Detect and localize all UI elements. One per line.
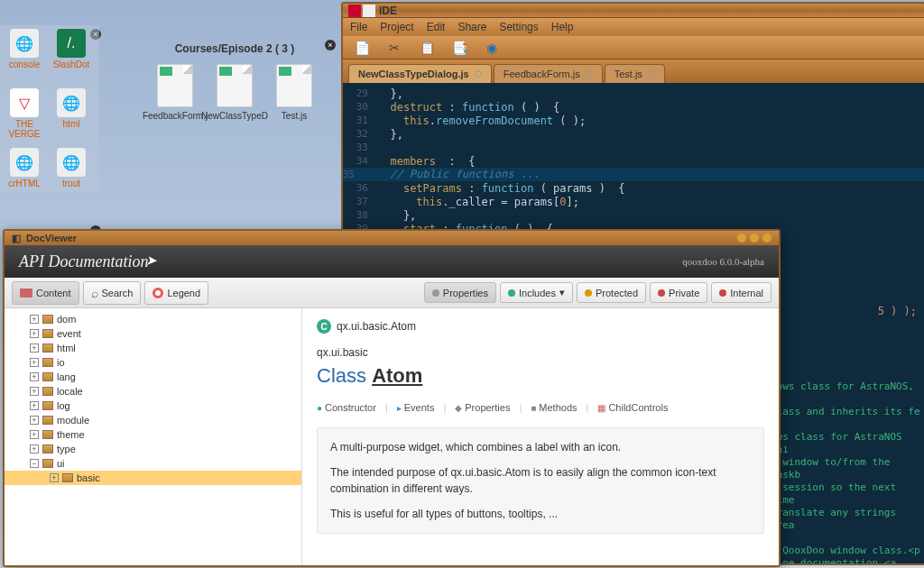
tree-node[interactable]: +event [5, 326, 301, 341]
tab-close-icon[interactable] [586, 70, 593, 78]
expand-icon[interactable]: + [30, 444, 39, 453]
desktop-icon[interactable]: ▽THE VERGE [4, 88, 45, 142]
app-icon [363, 5, 375, 17]
version-label: qooxdoo 6.0.0-alpha [682, 256, 764, 267]
expand-icon[interactable]: + [30, 430, 39, 439]
package-icon [42, 387, 53, 396]
link-events[interactable]: ▸Events [397, 402, 435, 413]
chevron-down-icon: ▾ [559, 287, 565, 298]
private-toggle[interactable]: Private [650, 282, 707, 303]
expand-icon[interactable]: + [50, 473, 59, 482]
package-icon [42, 444, 53, 453]
menu-edit[interactable]: Edit [427, 21, 446, 33]
package-icon [42, 372, 53, 381]
link-methods[interactable]: ■Methods [531, 402, 577, 413]
book-icon [20, 289, 32, 298]
tree-node[interactable]: +theme [5, 427, 301, 442]
desktop-icon-panel: 🌐console /.SlashDot ▽THE VERGE 🌐html 🌐cr… [0, 25, 99, 192]
minimize-icon[interactable] [737, 234, 746, 243]
class-title: Class Atom [317, 364, 764, 388]
search-button[interactable]: Search [83, 281, 142, 305]
expand-icon[interactable]: + [30, 416, 39, 425]
namespace-label: qx.ui.basic [317, 346, 764, 359]
expand-icon[interactable]: + [30, 329, 39, 338]
docviewer-titlebar[interactable]: ◧DocViewer [5, 231, 779, 245]
tab-newclasstypedialog[interactable]: NewClassTypeDialog.js [348, 64, 492, 83]
desktop-icon[interactable]: 🌐trout [51, 148, 92, 202]
protected-toggle[interactable]: Protected [577, 282, 646, 303]
properties-toggle[interactable]: Properties [424, 282, 496, 303]
expand-icon[interactable]: + [30, 372, 39, 381]
package-icon [42, 401, 53, 410]
expand-icon[interactable]: + [30, 401, 39, 410]
window-title: IDE [343, 4, 924, 18]
ide-tabs: NewClassTypeDialog.js FeedbackForm.js Te… [343, 60, 924, 83]
file-icon[interactable]: NewClassTypeD [211, 64, 258, 121]
collapse-icon[interactable]: − [30, 459, 39, 468]
expand-icon[interactable]: + [30, 358, 39, 367]
cut-icon[interactable]: ✂ [386, 40, 402, 56]
doc-toolbar: Content Search Legend Properties Include… [5, 278, 779, 308]
legend-button[interactable]: Legend [144, 281, 208, 305]
close-icon[interactable] [762, 234, 772, 243]
new-file-icon[interactable]: 📄 [354, 40, 370, 56]
package-icon [42, 459, 53, 468]
section-links: ●Constructor| ▸Events| ◆Properties| ■Met… [317, 402, 764, 413]
desktop-icon[interactable]: 🌐console [4, 29, 45, 83]
tab-feedbackform[interactable]: FeedbackForm.js [494, 64, 603, 83]
doc-header: API Documentation ➤ qooxdoo 6.0.0-alpha [5, 245, 779, 278]
expand-icon[interactable]: + [30, 387, 39, 396]
cursor-icon: ➤ [145, 252, 157, 269]
class-icon: C [317, 319, 331, 334]
expand-icon[interactable]: + [30, 315, 39, 324]
expand-icon[interactable]: + [30, 344, 39, 353]
package-icon [42, 358, 53, 367]
menu-file[interactable]: File [350, 21, 367, 33]
tree-node[interactable]: +html [5, 341, 301, 355]
tree-node[interactable]: +log [5, 399, 301, 413]
file-icon[interactable]: Test.js [271, 64, 318, 121]
description-box: A multi-purpose widget, which combines a… [317, 427, 764, 534]
tree-node[interactable]: +io [5, 355, 301, 370]
file-icon[interactable]: FeedbackForm.j [152, 64, 199, 121]
tab-close-icon[interactable] [648, 70, 655, 78]
menu-share[interactable]: Share [457, 21, 486, 33]
docviewer-window: ◧DocViewer API Documentation ➤ qooxdoo 6… [3, 229, 781, 567]
code-fragment: 5 ) ); [878, 305, 917, 317]
package-icon [42, 344, 53, 353]
maximize-icon[interactable] [750, 234, 759, 243]
tree-node[interactable]: +module [5, 413, 301, 427]
run-icon[interactable]: ◉ [484, 40, 500, 56]
tree-node[interactable]: +dom [5, 312, 301, 326]
tree-node[interactable]: +type [5, 442, 301, 456]
internal-toggle[interactable]: Internal [711, 282, 772, 303]
tree-node[interactable]: −ui [5, 456, 301, 471]
folder-panel: Courses/Episode 2 ( 3 ) FeedbackForm.j N… [135, 41, 334, 167]
link-properties[interactable]: ◆Properties [455, 402, 510, 413]
tab-close-icon[interactable] [475, 70, 482, 78]
link-childcontrols[interactable]: ▦ChildControls [597, 402, 668, 413]
menu-settings[interactable]: Settings [499, 21, 538, 33]
tab-test[interactable]: Test.js [605, 64, 665, 83]
ide-toolbar: 📄 ✂ 📋 📑 ◉ [343, 36, 924, 60]
tree-node[interactable]: +lang [5, 370, 301, 384]
desktop-icon[interactable]: /.SlashDot [51, 29, 92, 83]
menu-help[interactable]: Help [551, 21, 574, 33]
breadcrumb: C qx.ui.basic.Atom [317, 319, 764, 334]
copy-icon[interactable]: 📋 [419, 40, 435, 56]
content-button[interactable]: Content [12, 281, 79, 305]
desktop-icon[interactable]: 🌐html [51, 88, 92, 142]
tree-panel[interactable]: +dom +event +html +io +lang +locale +log… [5, 308, 302, 566]
package-icon [62, 473, 73, 482]
tree-node[interactable]: +locale [5, 384, 301, 399]
app-icon [348, 5, 361, 17]
tree-node-selected[interactable]: +basic [5, 471, 301, 485]
package-icon [42, 430, 53, 439]
paste-icon[interactable]: 📑 [451, 40, 467, 56]
package-icon [42, 416, 53, 425]
link-constructor[interactable]: ●Constructor [317, 402, 376, 413]
content-panel: C qx.ui.basic.Atom qx.ui.basic Class Ato… [302, 308, 779, 566]
includes-dropdown[interactable]: Includes▾ [500, 282, 573, 303]
menu-project[interactable]: Project [380, 21, 413, 33]
desktop-icon[interactable]: 🌐crHTML [4, 148, 45, 202]
